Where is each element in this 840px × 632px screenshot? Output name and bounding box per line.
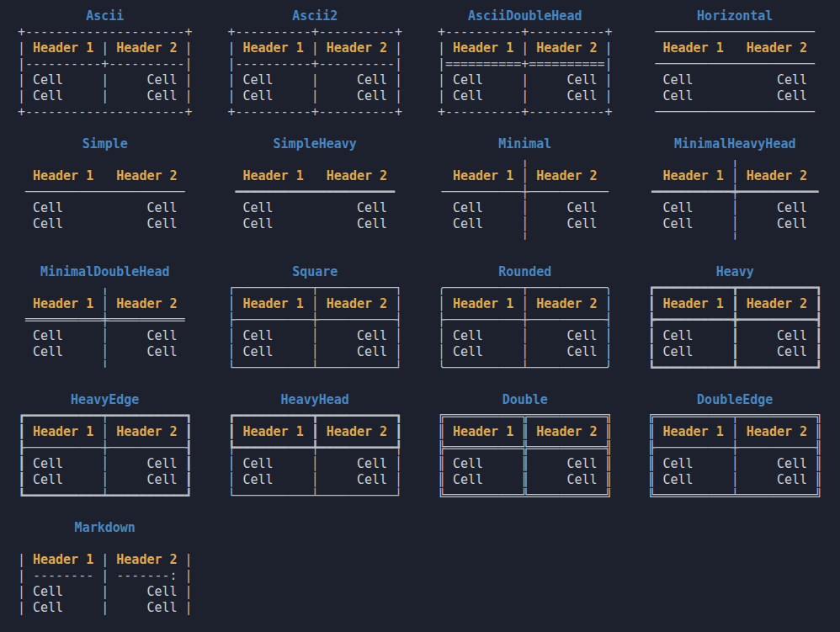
border-text: │ <box>387 344 402 359</box>
table-preview: Ascii2+----------+----------+| Header 1 … <box>227 8 402 120</box>
border-text <box>227 168 242 183</box>
border-text: ───────────────────── <box>18 184 193 199</box>
header-cell: Header 2 <box>747 168 807 183</box>
table-preview: MinimalHeavyHead ╷ Header 1 │ Header 2 ╺… <box>647 136 822 248</box>
border-text: ┃ <box>227 424 242 439</box>
data-cell: Cell <box>146 88 177 104</box>
border-text: | <box>304 40 327 56</box>
data-cell: Cell <box>242 88 273 104</box>
border-text <box>807 40 822 56</box>
table-title: MinimalHeavyHead <box>647 136 822 152</box>
data-cell: Cell <box>662 456 693 471</box>
table-line: |==========+==========| <box>438 56 613 72</box>
border-text: ╵ <box>647 232 822 247</box>
table-line: Header 1 │ Header 2 <box>438 168 613 184</box>
border-text: | <box>18 72 33 88</box>
border-text: ║ <box>438 472 453 487</box>
border-text: ───────────────────── <box>647 24 822 40</box>
table-line: | Cell | Cell | <box>18 600 193 616</box>
border-text: ╺━━━━━━━━━━┿━━━━━━━━━━╸ <box>647 184 822 199</box>
box-style-simple: Simple Header 1 Header 2 ───────────────… <box>0 136 210 264</box>
border-text: | <box>438 72 453 88</box>
border-text: | <box>63 88 146 104</box>
border-text: └──────────┴──────────┘ <box>227 488 402 503</box>
header-cell: Header 2 <box>327 168 387 183</box>
border-text: | <box>438 40 453 56</box>
header-cell: Header 1 <box>242 424 303 439</box>
border-text <box>178 168 193 183</box>
border-text: ╷ <box>647 152 822 167</box>
data-cell: Cell <box>453 472 483 487</box>
table-line: Cell Cell <box>18 216 193 232</box>
data-cell: Cell <box>662 344 693 359</box>
table-line: Cell │ Cell <box>438 200 613 216</box>
data-cell: Cell <box>33 584 63 599</box>
border-text: │ <box>274 472 357 487</box>
table-line: Cell │ Cell <box>647 200 822 216</box>
border-text: │ <box>63 328 146 343</box>
table-title: Heavy <box>647 264 822 280</box>
border-text: ┣━━━━━━━━━━╋━━━━━━━━━━┫ <box>647 312 822 327</box>
data-cell: Cell <box>357 456 387 471</box>
table-line <box>18 152 193 168</box>
data-cell: Cell <box>242 344 273 359</box>
table-line: ┣━━━━━━━━━━╋━━━━━━━━━━┫ <box>647 312 822 328</box>
border-text: ══════════╪══════════ <box>18 312 193 327</box>
border-text: | <box>178 552 193 567</box>
data-cell: Cell <box>357 200 387 215</box>
border-text <box>807 88 822 104</box>
table-line: +----------+----------+ <box>227 104 402 120</box>
table-line: │ Cell │ Cell │ <box>227 344 402 360</box>
border-text <box>807 200 822 215</box>
border-text: ┃ <box>647 344 662 359</box>
data-cell: Cell <box>33 216 63 231</box>
table-line: ╚══════════╧══════════╝ <box>647 488 822 504</box>
table-line: | Cell | Cell | <box>438 88 613 104</box>
table-line: | Header 1 | Header 2 | <box>18 552 193 568</box>
header-cell: Header 1 <box>453 168 513 183</box>
data-cell: Cell <box>357 88 387 104</box>
table-line: ║ Header 1 ║ Header 2 ║ <box>438 424 613 440</box>
data-cell: Cell <box>146 216 177 231</box>
data-cell: Cell <box>33 344 63 359</box>
table-line: | Header 1 | Header 2 | <box>227 40 402 56</box>
data-cell: Cell <box>453 328 483 343</box>
table-line: +---------------------+ <box>18 104 193 120</box>
border-text: | <box>18 600 33 615</box>
table-line: ┃ Header 1 ┃ Header 2 ┃ <box>227 424 402 440</box>
border-text: ┃ <box>18 424 33 439</box>
border-text: │ <box>598 344 613 359</box>
header-cell: Header 2 <box>327 296 387 311</box>
box-style-heavy: Heavy┏━━━━━━━━━━┳━━━━━━━━━━┓┃ Header 1 ┃… <box>630 264 840 392</box>
data-cell: Cell <box>357 72 387 88</box>
border-text <box>598 216 613 231</box>
table-preview: Double╔══════════╦══════════╗║ Header 1 … <box>438 392 613 504</box>
border-text: │ <box>724 424 747 439</box>
border-text: ║ <box>807 456 822 471</box>
box-style-square: Square┌──────────┬──────────┐│ Header 1 … <box>210 264 421 392</box>
table-line: ║ Cell │ Cell ║ <box>647 472 822 488</box>
table-preview: DoubleEdge╔══════════╤══════════╗║ Heade… <box>647 392 822 504</box>
table-line: ┠──────────┼──────────┨ <box>18 440 193 456</box>
border-text: │ <box>694 456 777 471</box>
border-text: | <box>63 72 146 88</box>
border-text: ┃ <box>18 472 33 487</box>
border-text: ║ <box>513 424 536 439</box>
table-title: Markdown <box>18 520 193 536</box>
table-line: ├──────────┼──────────┤ <box>227 312 402 328</box>
table-line: |----------+----------| <box>18 56 193 72</box>
table-line: ╵ <box>18 360 193 376</box>
border-text: | <box>598 40 613 56</box>
table-line: +----------+----------+ <box>227 24 402 40</box>
table-line: ╵ <box>438 232 613 248</box>
table-line: Cell │ Cell <box>647 216 822 232</box>
border-text <box>724 40 747 56</box>
data-cell: Cell <box>242 456 273 471</box>
table-preview: Rounded╭──────────┬──────────╮│ Header 1… <box>438 264 613 376</box>
box-style-asciidoublehead: AsciiDoubleHead+----------+----------+| … <box>420 8 630 136</box>
table-preview: Minimal ╷ Header 1 │ Header 2 ╶─────────… <box>438 136 613 248</box>
border-text: +---------------------+ <box>18 24 193 40</box>
table-line: Cell │ Cell <box>18 344 193 360</box>
border-text <box>274 200 357 215</box>
data-cell: Cell <box>453 72 483 88</box>
